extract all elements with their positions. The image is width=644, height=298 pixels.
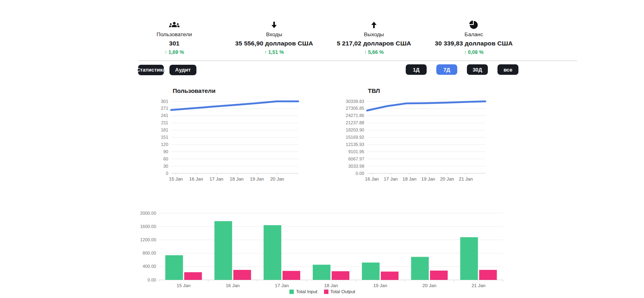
tvl-chart-title: ТВЛ [368,87,488,94]
svg-text:181: 181 [161,127,168,132]
stat-card-inputs: Входы 35 556,90 долларов США ↑ 1,51 % [224,18,324,55]
svg-text:19 Jan: 19 Jan [373,283,387,288]
pie-chart-icon [424,18,524,30]
stat-label: Пользователи [124,31,224,37]
range-1d-button[interactable]: 1Д [406,64,427,75]
line-chart-svg: 30339.8327305.8524271.8621237.8818203.90… [345,97,488,183]
svg-text:400.00: 400.00 [142,264,156,269]
svg-text:60: 60 [163,156,168,161]
tab-statistics-button[interactable]: Статистика [138,65,164,75]
svg-text:3033.98: 3033.98 [348,164,364,169]
svg-text:21 Jan: 21 Jan [472,283,486,288]
svg-text:9101.95: 9101.95 [348,149,364,154]
svg-text:15 Jan: 15 Jan [169,177,183,181]
svg-text:17 Jan: 17 Jan [275,283,289,288]
view-tabs: Статистика Статистика Аудит [135,64,196,75]
svg-text:21237.88: 21237.88 [346,120,364,125]
svg-text:18 Jan: 18 Jan [324,283,338,288]
svg-text:0.00: 0.00 [148,277,156,282]
svg-text:1600.00: 1600.00 [140,224,156,229]
bar-chart-svg: 2000.001600.001200.00800.00400.000.0015 … [139,209,506,288]
svg-text:15 Jan: 15 Jan [177,283,191,288]
svg-text:30339.83: 30339.83 [346,99,364,104]
svg-text:18 Jan: 18 Jan [402,177,417,181]
stat-card-users: Пользователи 301 ↑ 1,69 % [124,18,224,55]
svg-text:17 Jan: 17 Jan [209,177,223,181]
legend-item: Total Output [324,289,355,294]
svg-text:12135.93: 12135.93 [346,142,364,147]
svg-text:17 Jan: 17 Jan [384,177,398,181]
stat-card-outputs: Выходы 5 217,02 долларов США ↑ 5,66 % [324,18,424,55]
legend-label: Total Input [296,289,317,294]
svg-text:18203.90: 18203.90 [346,127,364,132]
stat-label: Входы [224,31,324,37]
svg-text:2000.00: 2000.00 [140,211,156,216]
legend-label: Total Output [330,289,355,294]
svg-text:16 Jan: 16 Jan [189,177,203,181]
range-7d-button[interactable]: 7Д [436,64,457,75]
svg-text:21 Jan: 21 Jan [459,177,473,181]
svg-text:20 Jan: 20 Jan [423,283,437,288]
svg-text:0: 0 [166,171,168,176]
line-chart-svg: 301271241211181151120906030015 Jan16 Jan… [159,97,301,183]
svg-text:16 Jan: 16 Jan [226,283,240,288]
svg-text:20 Jan: 20 Jan [270,177,284,181]
legend-swatch [289,290,294,294]
stats-row: Пользователи 301 ↑ 1,69 % Входы 35 556,9… [124,18,524,55]
svg-text:20 Jan: 20 Jan [440,177,454,181]
arrow-down-icon [224,18,324,30]
users-chart-title: Пользователи [173,87,301,94]
svg-text:271: 271 [161,106,168,111]
svg-text:151: 151 [161,135,168,140]
svg-text:24271.86: 24271.86 [346,113,364,118]
stat-delta: ↑ 1,51 % [224,49,324,55]
svg-text:211: 211 [161,120,168,125]
range-buttons: 1Д 7Д 30Д все [406,64,518,75]
io-bar-chart-plot: 2000.001600.001200.00800.00400.000.0015 … [139,209,506,289]
stat-delta: ↑ 5,66 % [324,49,424,55]
stat-value: 301 [124,40,224,47]
svg-text:800.00: 800.00 [142,251,156,255]
svg-text:15169.92: 15169.92 [346,135,364,140]
svg-text:30: 30 [163,164,168,169]
svg-text:90: 90 [163,149,168,154]
stat-value: 30 339,83 долларов США [424,40,524,47]
svg-text:1200.00: 1200.00 [140,237,156,242]
svg-text:120: 120 [161,142,168,147]
io-bar-chart: 2000.001600.001200.00800.00400.000.0015 … [139,209,506,294]
range-30d-button[interactable]: 30Д [467,64,488,75]
stat-label: Баланс [424,31,524,37]
range-all-button[interactable]: все [497,64,518,75]
svg-text:27305.85: 27305.85 [346,106,364,111]
svg-text:6067.97: 6067.97 [348,156,364,161]
bar-chart-legend: Total InputTotal Output [139,289,506,294]
svg-text:19 Jan: 19 Jan [421,177,436,181]
stat-value: 35 556,90 долларов США [224,40,324,47]
legend-swatch [324,290,328,294]
svg-text:0.00: 0.00 [356,171,364,176]
stat-label: Выходы [324,31,424,37]
tab-statistics[interactable]: Статистика Статистика [135,65,167,75]
legend-item: Total Input [289,289,317,294]
svg-text:18 Jan: 18 Jan [230,177,244,181]
arrow-up-icon [324,18,424,30]
svg-text:241: 241 [161,113,168,118]
tvl-line-chart: ТВЛ 30339.8327305.8524271.8621237.881820… [345,87,488,185]
section-divider [138,60,577,61]
stat-delta: ↑ 1,69 % [124,49,224,55]
tvl-chart-plot: 30339.8327305.8524271.8621237.8818203.90… [345,97,488,185]
users-icon [124,18,224,30]
tab-audit-button[interactable]: Аудит [169,65,196,75]
svg-text:19 Jan: 19 Jan [250,177,264,181]
stat-delta: ↑ 0,08 % [424,49,524,55]
stat-card-balance: Баланс 30 339,83 долларов США ↑ 0,08 % [424,18,524,55]
users-chart-plot: 301271241211181151120906030015 Jan16 Jan… [159,97,301,185]
users-line-chart: Пользователи 301271241211181151120906030… [159,87,301,185]
svg-text:301: 301 [161,99,168,104]
svg-text:16 Jan: 16 Jan [365,177,379,181]
stat-value: 5 217,02 долларов США [324,40,424,47]
